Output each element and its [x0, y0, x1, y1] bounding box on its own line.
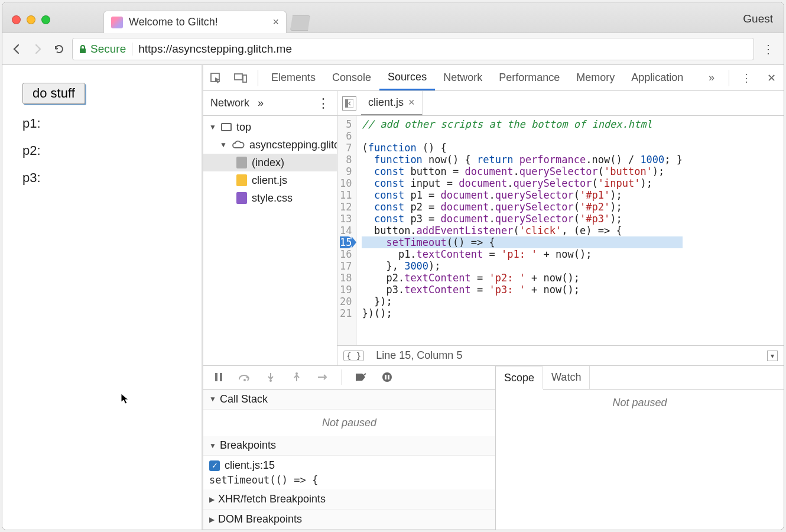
pretty-print-icon[interactable]: { }: [343, 351, 364, 361]
inspect-icon[interactable]: [208, 70, 223, 86]
traffic-lights: [12, 15, 50, 24]
tab-memory[interactable]: Memory: [568, 65, 623, 90]
do-stuff-button[interactable]: do stuff: [22, 83, 85, 104]
lock-icon: [79, 44, 87, 54]
svg-point-10: [295, 372, 298, 375]
address-bar[interactable]: Secure https://asyncstepping.glitch.me: [72, 38, 754, 60]
close-file-icon[interactable]: ×: [408, 96, 415, 109]
devtools-menu-icon[interactable]: ⋮: [739, 70, 754, 86]
cursor-icon: [121, 393, 130, 405]
new-tab-button[interactable]: [290, 15, 310, 31]
file-tab-clientjs[interactable]: client.js×: [361, 91, 423, 115]
tree-file-stylecss[interactable]: style.css: [203, 189, 337, 207]
tab-performance[interactable]: Performance: [491, 65, 568, 90]
close-tab-icon[interactable]: ×: [272, 16, 279, 28]
tab-watch[interactable]: Watch: [543, 366, 590, 389]
tab-application[interactable]: Application: [623, 65, 691, 90]
pause-on-exceptions-icon[interactable]: [380, 370, 394, 384]
p2-label: p2:: [22, 143, 181, 158]
close-window-button[interactable]: [12, 15, 21, 24]
svg-point-9: [269, 379, 272, 382]
subtab-network[interactable]: Network: [210, 97, 249, 109]
tree-file-clientjs[interactable]: client.js: [203, 171, 337, 189]
tab-network[interactable]: Network: [435, 65, 491, 90]
debugger-left-pane: ▼Call Stack Not paused ▼Breakpoints ✓cli…: [203, 366, 496, 530]
svg-point-8: [243, 379, 246, 381]
cloud-icon: [232, 140, 245, 150]
step-over-icon[interactable]: [238, 370, 252, 384]
deactivate-breakpoints-icon[interactable]: [354, 370, 368, 384]
navigator-menu-icon[interactable]: ⋮: [317, 96, 330, 111]
scope-watch-tabs: Scope Watch: [496, 366, 784, 390]
call-stack-header[interactable]: ▼Call Stack: [203, 390, 495, 410]
tab-scope[interactable]: Scope: [496, 366, 543, 390]
tab-sources[interactable]: Sources: [379, 65, 435, 90]
step-out-icon[interactable]: [290, 370, 304, 384]
css-file-icon: [236, 192, 247, 204]
svg-rect-5: [345, 99, 348, 108]
svg-rect-7: [220, 373, 222, 381]
tab-title: Welcome to Glitch!: [129, 16, 263, 28]
reload-button[interactable]: [51, 41, 67, 57]
browser-tab[interactable]: Welcome to Glitch! ×: [103, 11, 287, 33]
profile-label[interactable]: Guest: [743, 12, 773, 25]
page-content: do stuff p1: p2: p3:: [2, 65, 203, 530]
forward-button[interactable]: [30, 41, 46, 57]
minimize-window-button[interactable]: [27, 15, 35, 24]
dom-breakpoints-header[interactable]: ▶DOM Breakpoints: [203, 510, 495, 530]
code-area[interactable]: // add other scripts at the bottom of in…: [357, 116, 687, 345]
document-icon: [236, 157, 247, 168]
svg-rect-3: [243, 75, 246, 82]
file-tabs: client.js×: [337, 91, 784, 116]
divider: [132, 43, 132, 56]
p1-label: p1:: [22, 116, 181, 131]
js-file-icon: [236, 174, 247, 186]
tree-domain[interactable]: ▼ asyncstepping.glitc: [203, 136, 337, 154]
tab-elements[interactable]: Elements: [263, 65, 324, 90]
breakpoint-item[interactable]: ✓client.js:15 setTimeout(() => {: [203, 456, 495, 489]
xhr-breakpoints-header[interactable]: ▶XHR/fetch Breakpoints: [203, 489, 495, 510]
sources-navigator: Network » ⋮ ▼top ▼ asyncstepping.glitc (…: [203, 91, 337, 365]
breakpoint-label: client.js:15: [225, 459, 275, 472]
breakpoints-header[interactable]: ▼Breakpoints: [203, 436, 495, 456]
debugger-panes: ▼Call Stack Not paused ▼Breakpoints ✓cli…: [203, 365, 784, 530]
scope-body: Not paused: [496, 390, 784, 416]
checkbox-icon[interactable]: ✓: [209, 460, 220, 471]
show-navigator-icon[interactable]: [342, 96, 356, 111]
devtools-close-icon[interactable]: ✕: [764, 70, 779, 86]
breakpoint-snippet: setTimeout(() => {: [209, 474, 489, 486]
p3-label: p3:: [22, 170, 181, 186]
devtools: Elements Console Sources Network Perform…: [203, 65, 784, 530]
editor-status-bar: { } Line 15, Column 5 ▾: [337, 345, 784, 365]
tab-console[interactable]: Console: [324, 65, 379, 90]
tree-file-index[interactable]: (index): [203, 154, 337, 171]
svg-rect-2: [235, 74, 242, 80]
cursor-position: Line 15, Column 5: [376, 349, 462, 362]
secure-label: Secure: [90, 43, 126, 56]
step-icon[interactable]: [316, 370, 330, 384]
pause-icon[interactable]: [212, 370, 226, 384]
favicon: [111, 17, 123, 28]
maximize-window-button[interactable]: [41, 15, 50, 24]
more-tabs-icon[interactable]: »: [704, 70, 719, 86]
tree-top[interactable]: ▼top: [203, 118, 337, 136]
step-into-icon[interactable]: [264, 370, 278, 384]
nav-toolbar: Secure https://asyncstepping.glitch.me ⋮: [2, 33, 784, 65]
devtools-tab-bar: Elements Console Sources Network Perform…: [203, 65, 784, 91]
svg-rect-13: [385, 375, 386, 379]
file-tree: ▼top ▼ asyncstepping.glitc (index) clien…: [203, 116, 337, 365]
chrome-title-bar: Welcome to Glitch! × Guest: [2, 2, 784, 33]
editor-pane: client.js× 56789101112131415161718192021…: [337, 91, 784, 365]
line-gutter[interactable]: 56789101112131415161718192021: [337, 116, 357, 345]
chrome-menu-button[interactable]: ⋮: [759, 42, 778, 56]
svg-rect-14: [388, 375, 389, 379]
svg-rect-6: [215, 373, 217, 381]
debugger-right-pane: Scope Watch Not paused: [496, 366, 784, 530]
show-console-icon[interactable]: ▾: [767, 351, 778, 361]
navigator-subtabs: Network » ⋮: [203, 91, 337, 116]
call-stack-body: Not paused: [203, 410, 495, 436]
device-mode-icon[interactable]: [233, 70, 248, 86]
back-button[interactable]: [8, 41, 25, 57]
subtab-more-icon[interactable]: »: [258, 97, 264, 109]
svg-rect-0: [80, 48, 86, 53]
